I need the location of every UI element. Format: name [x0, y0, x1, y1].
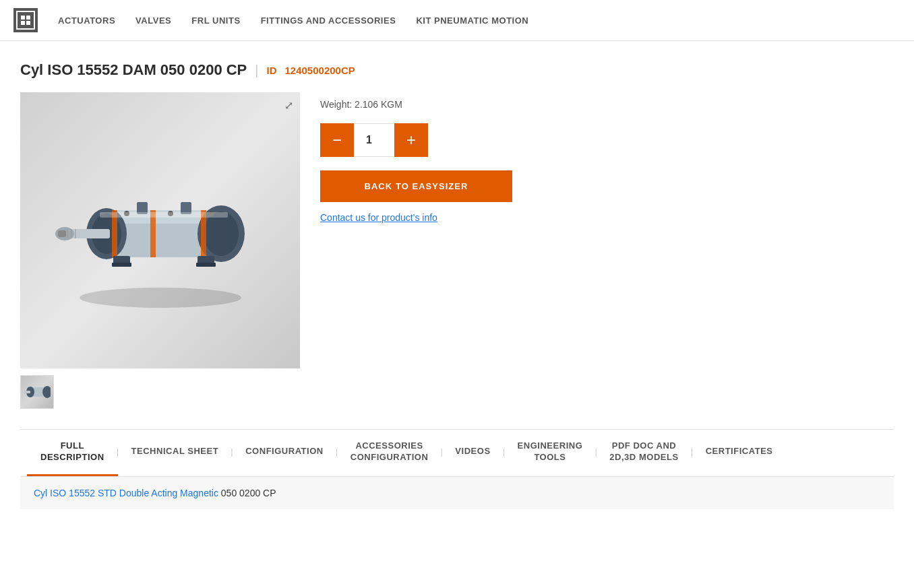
tab-technical-sheet[interactable]: TECHNICAL SHEET	[118, 435, 233, 470]
nav-item-frl[interactable]: FRL UNITS	[191, 15, 240, 26]
tab-content-full-description: Cyl ISO 15552 STD Double Acting Magnetic…	[20, 476, 894, 509]
svg-rect-29	[100, 212, 228, 218]
product-title: Cyl ISO 15552 DAM 050 0200 CP	[20, 61, 247, 79]
product-id-value: 1240500200CP	[285, 65, 355, 76]
product-info: Weight: 2.106 KGM − + BACK TO EASYSIZER …	[320, 92, 894, 409]
thumbnail-1[interactable]	[20, 375, 54, 409]
product-description: Cyl ISO 15552 STD Double Acting Magnetic…	[34, 488, 276, 498]
svg-rect-0	[21, 15, 25, 20]
nav-item-kit[interactable]: KIT PNEUMATIC MOTION	[416, 15, 528, 26]
expand-icon[interactable]: ⤢	[284, 99, 293, 112]
quantity-decrease-button[interactable]: −	[320, 123, 354, 157]
weight-value: 2.106 KGM	[355, 99, 402, 110]
back-to-easysizer-button[interactable]: BACK TO EASYSIZER	[320, 170, 512, 202]
title-divider: |	[255, 63, 258, 78]
nav-item-fittings[interactable]: FITTINGS AND ACCESSORIES	[261, 15, 396, 26]
tab-videos[interactable]: VIDEOS	[441, 435, 504, 470]
description-rest: 050 0200 CP	[221, 488, 276, 498]
image-area: ⤢	[20, 92, 300, 409]
quantity-input[interactable]	[354, 123, 394, 157]
svg-point-4	[80, 288, 241, 308]
tab-accessories-configuration[interactable]: ACCESSORIESCONFIGURATION	[337, 430, 442, 476]
navbar: ACTUATORS VALVES FRL UNITS FITTINGS AND …	[0, 0, 914, 41]
product-main: ⤢	[20, 92, 894, 409]
tab-full-description[interactable]: FULLDESCRIPTION	[27, 430, 118, 476]
product-id-label: ID	[267, 65, 277, 76]
logo[interactable]	[13, 8, 38, 32]
tab-configuration[interactable]: CONFIGURATION	[232, 435, 337, 470]
quantity-increase-button[interactable]: +	[394, 123, 428, 157]
weight-label: Weight:	[320, 99, 352, 110]
svg-rect-33	[24, 391, 30, 393]
nav-item-valves[interactable]: VALVES	[135, 15, 171, 26]
product-title-row: Cyl ISO 15552 DAM 050 0200 CP | ID 12405…	[20, 61, 894, 79]
tab-certificates[interactable]: CERTIFICATES	[692, 435, 787, 470]
cylinder-illustration	[53, 143, 268, 318]
svg-point-10	[204, 211, 239, 256]
svg-rect-28	[196, 263, 216, 267]
page-content: Cyl ISO 15552 DAM 050 0200 CP | ID 12405…	[0, 41, 914, 509]
tab-engineering-tools[interactable]: ENGINEERINGTOOLS	[504, 430, 597, 476]
tab-pdf-doc[interactable]: PDF DOC AND2D,3D MODELS	[596, 430, 692, 476]
svg-rect-1	[26, 15, 30, 20]
main-image[interactable]: ⤢	[20, 92, 300, 368]
quantity-row: − +	[320, 123, 428, 157]
svg-rect-2	[21, 21, 25, 25]
tabs-row: FULLDESCRIPTION TECHNICAL SHEET CONFIGUR…	[20, 430, 894, 476]
nav-items: ACTUATORS VALVES FRL UNITS FITTINGS AND …	[58, 15, 528, 26]
weight-text: Weight: 2.106 KGM	[320, 99, 894, 110]
nav-item-actuators[interactable]: ACTUATORS	[58, 15, 115, 26]
contact-link[interactable]: Contact us for product's info	[320, 212, 437, 223]
tabs-container: FULLDESCRIPTION TECHNICAL SHEET CONFIGUR…	[20, 429, 894, 509]
thumbnails	[20, 375, 300, 409]
svg-rect-27	[112, 263, 131, 267]
description-blue-part: Cyl ISO 15552 STD Double Acting Magnetic	[34, 488, 221, 498]
svg-rect-13	[58, 230, 66, 237]
svg-rect-3	[26, 21, 30, 25]
